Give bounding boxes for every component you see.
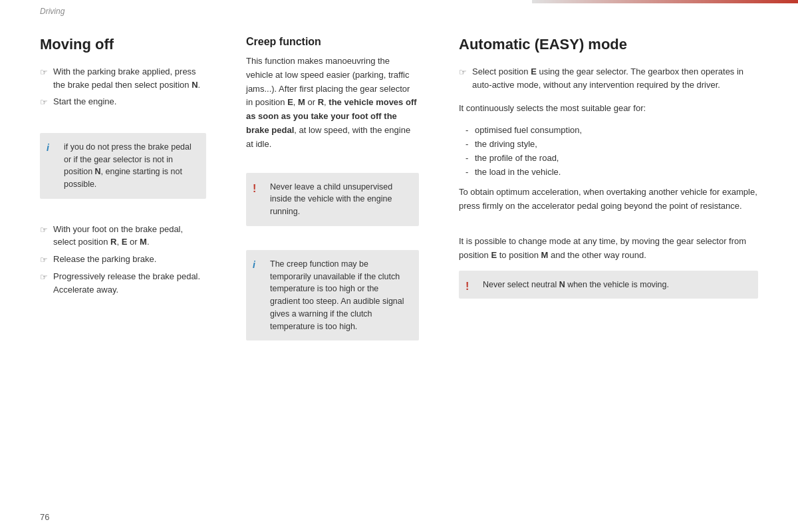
warning-icon: ! [253, 181, 256, 197]
bullet-text: Start the engine. [53, 95, 116, 108]
list-item: the driving style, [466, 138, 758, 152]
arrow-icon: ☞ [40, 253, 48, 267]
moving-off-bullets-1: ☞ With the parking brake applied, press … [40, 65, 206, 109]
page-number: 76 [40, 512, 49, 522]
list-item: optimised fuel consumption, [466, 124, 758, 138]
header-accent-line [532, 0, 798, 3]
list-item: ☞ With your foot on the brake pedal, sel… [40, 223, 206, 249]
info-box-text: The creep function may be temporarily un… [270, 259, 404, 331]
bullet-text: Release the parking brake. [53, 253, 156, 266]
arrow-icon: ☞ [459, 66, 467, 79]
arrow-icon: ☞ [40, 271, 48, 284]
easy-body-text-3: To obtain optimum acceleration, when ove… [459, 186, 758, 213]
bullet-text: Progressively release the brake pedal. A… [53, 270, 206, 296]
dash-list: optimised fuel consumption, the driving … [459, 124, 758, 179]
list-item: ☞ Progressively release the brake pedal.… [40, 270, 206, 296]
arrow-icon: ☞ [40, 96, 48, 109]
info-box-2: i The creep function may be temporarily … [246, 250, 419, 341]
creep-function-title: Creep function [246, 36, 419, 48]
moving-off-title: Moving off [40, 36, 206, 53]
left-column: Moving off ☞ With the parking brake appl… [40, 36, 226, 495]
warning-icon: ! [466, 279, 469, 295]
header-title: Driving [40, 7, 65, 16]
warning-box-text: Never select neutral N when the vehicle … [483, 280, 669, 289]
arrow-icon: ☞ [40, 66, 48, 79]
moving-off-bullets-2: ☞ With your foot on the brake pedal, sel… [40, 223, 206, 297]
arrow-icon: ☞ [40, 223, 48, 237]
info-box-1: i if you do not press the brake pedal or… [40, 133, 206, 199]
warning-box-2: ! Never select neutral N when the vehicl… [459, 271, 758, 299]
info-box-text: if you do not press the brake pedal or i… [64, 142, 192, 189]
warning-box-1: ! Never leave a child unsupervised insid… [246, 173, 419, 226]
easy-mode-bullets: ☞ Select position E using the gear selec… [459, 65, 758, 91]
main-content: Moving off ☞ With the parking brake appl… [0, 16, 798, 515]
list-item: ☞ Select position E using the gear selec… [459, 65, 758, 91]
list-item: the profile of the road, [466, 152, 758, 166]
list-item: ☞ Start the engine. [40, 95, 206, 109]
list-item: ☞ Release the parking brake. [40, 253, 206, 267]
bullet-text: Select position E using the gear selecto… [472, 65, 758, 91]
info-icon: i [253, 258, 255, 272]
bullet-text: With your foot on the brake pedal, selec… [53, 223, 206, 249]
right-column: Automatic (EASY) mode ☞ Select position … [439, 36, 758, 495]
page-header: Driving [0, 0, 798, 16]
list-item: the load in the vehicle. [466, 166, 758, 180]
easy-mode-title: Automatic (EASY) mode [459, 36, 758, 53]
easy-body-text-2: It continuously selects the most suitabl… [459, 102, 758, 116]
bullet-text: With the parking brake applied, press th… [53, 65, 206, 91]
list-item: ☞ With the parking brake applied, press … [40, 65, 206, 91]
middle-column: Creep function This function makes manoe… [226, 36, 439, 495]
info-icon: i [47, 141, 49, 155]
warning-box-text: Never leave a child unsupervised inside … [270, 182, 392, 217]
easy-body-text-4: It is possible to change mode at any tim… [459, 235, 758, 263]
creep-body-text: This function makes manoeuvring the vehi… [246, 55, 419, 152]
